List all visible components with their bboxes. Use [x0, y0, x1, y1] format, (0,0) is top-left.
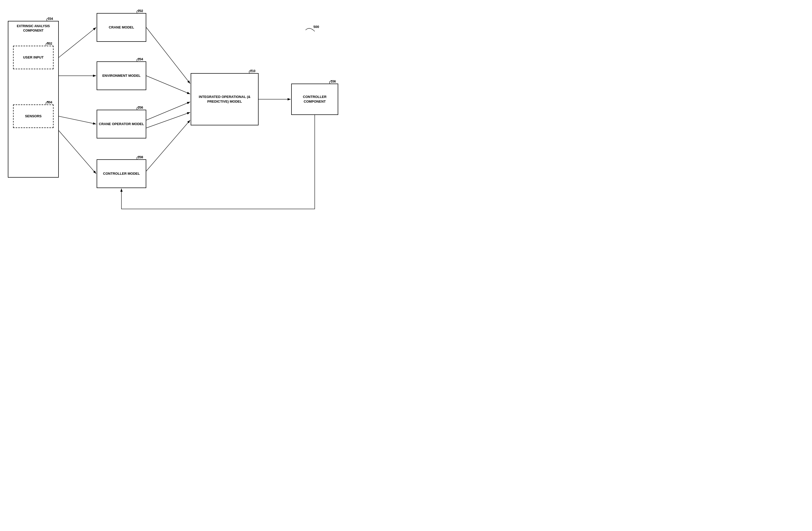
ref-206: 206	[133, 106, 146, 112]
controller-model-box: CONTROLLER MODEL	[97, 159, 146, 188]
ref-502: 502	[42, 42, 55, 48]
svg-line-9	[146, 120, 190, 171]
ref-204: 204	[133, 57, 146, 63]
ref-210: 210	[246, 69, 259, 75]
svg-line-5	[146, 27, 190, 84]
svg-line-8	[146, 112, 190, 128]
crane-model-box: CRANE MODEL	[97, 13, 146, 42]
extrinsic-label: EXTRINSIC ANALYSIS COMPONENT	[11, 24, 56, 33]
integrated-model-box: INTEGRATED OPERATIONAL (& PREDICTIVE) MO…	[191, 73, 259, 125]
user-input-label: USER INPUT	[23, 55, 44, 60]
svg-line-4	[59, 131, 96, 174]
crane-operator-model-box: CRANE OPERATOR MODEL	[97, 110, 146, 139]
controller-component-label: CONTROLLER COMPONENT	[292, 95, 338, 104]
ref-202: 202	[133, 9, 146, 15]
svg-line-1	[59, 27, 96, 57]
user-input-box: USER INPUT	[13, 46, 54, 69]
crane-operator-model-label: CRANE OPERATOR MODEL	[99, 122, 144, 126]
svg-line-7	[146, 102, 190, 120]
svg-line-3	[59, 116, 96, 124]
ref-106: 106	[326, 80, 339, 86]
ref-500: 500	[314, 25, 319, 29]
controller-component-box: CONTROLLER COMPONENT	[291, 84, 338, 115]
diagram: 500 EXTRINSIC ANALYSIS COMPONENT 104 USE…	[0, 0, 366, 240]
environment-model-label: ENVIRONMENT MODEL	[102, 73, 141, 78]
ref-104: 104	[43, 17, 56, 23]
crane-model-label: CRANE MODEL	[109, 25, 134, 30]
sensors-label: SENSORS	[25, 114, 42, 118]
sensors-box: SENSORS	[13, 104, 54, 128]
ref-504: 504	[42, 101, 55, 106]
controller-model-label: CONTROLLER MODEL	[103, 171, 140, 176]
ref-208: 208	[133, 155, 146, 161]
environment-model-box: ENVIRONMENT MODEL	[97, 61, 146, 90]
integrated-model-label: INTEGRATED OPERATIONAL (& PREDICTIVE) MO…	[191, 95, 258, 104]
svg-line-6	[146, 76, 190, 94]
